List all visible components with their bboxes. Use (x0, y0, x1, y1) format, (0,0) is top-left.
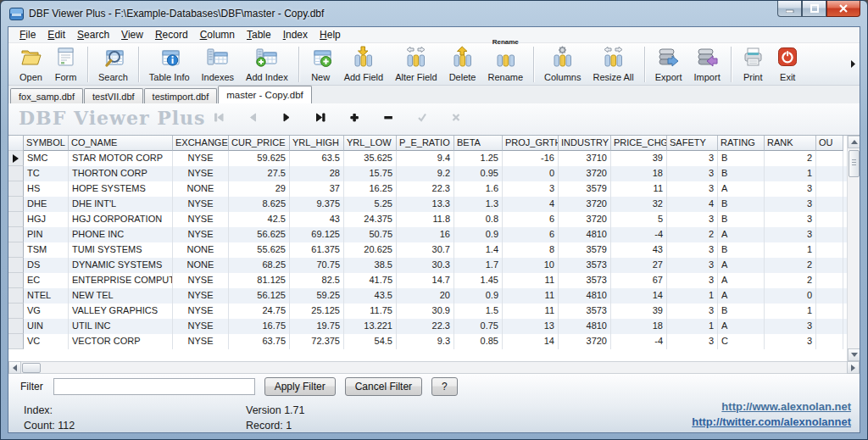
grid-cell[interactable]: NONE (173, 181, 229, 197)
grid-cell[interactable]: 5.25 (344, 197, 397, 212)
tab-fox-samp-dbf[interactable]: fox_samp.dbf (10, 88, 83, 103)
grid-header-cell-yrl-high[interactable]: YRL_HIGH (290, 136, 344, 151)
search-button[interactable]: Search (92, 45, 134, 84)
add-index-button[interactable]: Add Index (240, 45, 294, 84)
grid-cell[interactable]: 3 (765, 212, 816, 227)
grid-header-cell-industry[interactable]: INDUSTRY (559, 136, 611, 151)
grid-cell[interactable]: NYSE (173, 273, 229, 288)
row-selector[interactable] (8, 334, 24, 349)
grid-cell[interactable]: 20 (397, 288, 454, 304)
grid-cell[interactable]: 0.9 (454, 227, 503, 242)
grid-cell[interactable]: 3720 (559, 334, 611, 349)
grid-cell[interactable]: 59.625 (229, 151, 290, 166)
grid-cell[interactable]: B (718, 197, 765, 212)
grid-cell[interactable]: B (718, 166, 765, 181)
grid-cell[interactable]: 11.75 (344, 304, 397, 319)
menu-item-search[interactable]: Search (71, 28, 115, 42)
grid-header-cell-proj-grth[interactable]: PROJ_GRTH (503, 136, 559, 151)
grid-cell[interactable]: 41.75 (344, 273, 397, 288)
grid-cell[interactable]: 3573 (559, 304, 611, 319)
columns-button[interactable]: Columns (538, 45, 587, 84)
grid-cell[interactable]: B (718, 242, 765, 258)
grid-header-cell-co-name[interactable]: CO_NAME (69, 136, 173, 151)
grid-cell[interactable]: 4810 (559, 288, 611, 304)
prior-record-button[interactable] (236, 109, 270, 129)
grid-cell[interactable]: -4 (611, 227, 667, 242)
grid-cell[interactable]: -4 (611, 334, 667, 349)
form-button[interactable]: Form (48, 45, 83, 84)
grid-cell[interactable]: 1.4 (454, 242, 503, 258)
grid-header-cell-rank[interactable]: RANK (765, 136, 816, 151)
row-selector[interactable] (8, 166, 24, 181)
grid-cell[interactable]: THORTON CORP (69, 166, 173, 181)
grid-cell[interactable]: 82.5 (290, 273, 344, 288)
grid-cell[interactable]: 50.75 (344, 227, 397, 242)
grid-cell[interactable]: 14 (503, 334, 559, 349)
grid-cell[interactable]: 81.125 (229, 273, 290, 288)
menu-item-record[interactable]: Record (149, 28, 194, 42)
grid-cell[interactable]: HS (24, 181, 69, 197)
grid-cell[interactable] (816, 197, 843, 212)
grid-cell[interactable] (816, 166, 843, 181)
row-selector[interactable] (8, 181, 24, 197)
grid-cell[interactable]: NYSE (173, 304, 229, 319)
post-edit-button[interactable] (405, 109, 439, 129)
grid-cell[interactable]: 54.5 (344, 334, 397, 349)
grid-cell[interactable]: 16 (397, 227, 454, 242)
grid-cell[interactable] (816, 288, 843, 304)
grid-cell[interactable]: 69.125 (290, 227, 344, 242)
apply-filter-button[interactable]: Apply Filter (264, 377, 336, 396)
grid-cell[interactable]: NEW TEL (69, 288, 173, 304)
grid-cell[interactable] (816, 212, 843, 227)
grid-cell[interactable]: A (718, 273, 765, 288)
grid-cell[interactable]: 39 (611, 304, 667, 319)
grid-cell[interactable]: 1.7 (454, 258, 503, 273)
grid-cell[interactable]: VC (24, 334, 69, 349)
grid-cell[interactable]: 4 (667, 197, 718, 212)
grid-cell[interactable] (816, 319, 843, 334)
grid-cell[interactable]: 9.375 (290, 197, 344, 212)
grid-cell[interactable]: -16 (503, 151, 559, 166)
grid-cell[interactable]: 61.375 (290, 242, 344, 258)
grid-cell[interactable]: A (718, 288, 765, 304)
menu-item-index[interactable]: Index (277, 28, 314, 42)
tab-testimport-dbf[interactable]: testimport.dbf (144, 88, 218, 103)
grid-cell[interactable]: DS (24, 258, 69, 273)
grid-cell[interactable]: ENTERPRISE COMPUTER (69, 273, 173, 288)
grid-cell[interactable]: 67 (611, 273, 667, 288)
grid-cell[interactable]: 5 (611, 212, 667, 227)
grid-cell[interactable]: 72.375 (290, 334, 344, 349)
tab-testvii-dbf[interactable]: testVII.dbf (84, 88, 143, 103)
grid-cell[interactable]: 1.45 (454, 273, 503, 288)
grid-cell[interactable]: 56.125 (229, 288, 290, 304)
grid-cell[interactable]: 3710 (559, 151, 611, 166)
row-selector[interactable] (8, 258, 24, 273)
row-selector[interactable] (8, 227, 24, 242)
grid-cell[interactable]: NYSE (173, 334, 229, 349)
open-button[interactable]: Open (14, 45, 48, 84)
grid-cell[interactable]: 24.75 (229, 304, 290, 319)
grid-header-cell-safety[interactable]: SAFETY (667, 136, 718, 151)
table-row[interactable]: TCTHORTON CORPNYSE27.52815.759.20.950372… (8, 166, 847, 181)
grid-cell[interactable]: 14 (611, 288, 667, 304)
grid-cell[interactable]: 35.625 (344, 151, 397, 166)
grid-cell[interactable]: 1 (667, 288, 718, 304)
twitter-link[interactable]: http://twitter.com/alexnolannet (692, 415, 851, 430)
grid-cell[interactable]: 3573 (559, 258, 611, 273)
table-row[interactable]: PINPHONE INCNYSE56.62569.12550.75160.964… (8, 227, 847, 242)
grid-cell[interactable]: 28 (290, 166, 344, 181)
grid-cell[interactable]: 59.25 (290, 288, 344, 304)
grid-cell[interactable]: NYSE (173, 197, 229, 212)
grid-cell[interactable]: UTIL INC (69, 319, 173, 334)
grid-cell[interactable]: 22.3 (397, 181, 454, 197)
grid-cell[interactable]: 13.3 (397, 197, 454, 212)
grid-cell[interactable]: SMC (24, 151, 69, 166)
grid-cell[interactable]: 30.3 (397, 258, 454, 273)
grid-cell[interactable]: DHE (24, 197, 69, 212)
grid-header-cell-yrl-low[interactable]: YRL_LOW (344, 136, 397, 151)
alter-field-button[interactable]: Alter Field (389, 45, 443, 84)
grid-cell[interactable]: PHONE INC (69, 227, 173, 242)
table-row[interactable]: SMCSTAR MOTOR CORPNYSE59.62563.535.6259.… (8, 151, 847, 166)
grid-cell[interactable]: 43 (611, 242, 667, 258)
grid-cell[interactable]: A (718, 227, 765, 242)
